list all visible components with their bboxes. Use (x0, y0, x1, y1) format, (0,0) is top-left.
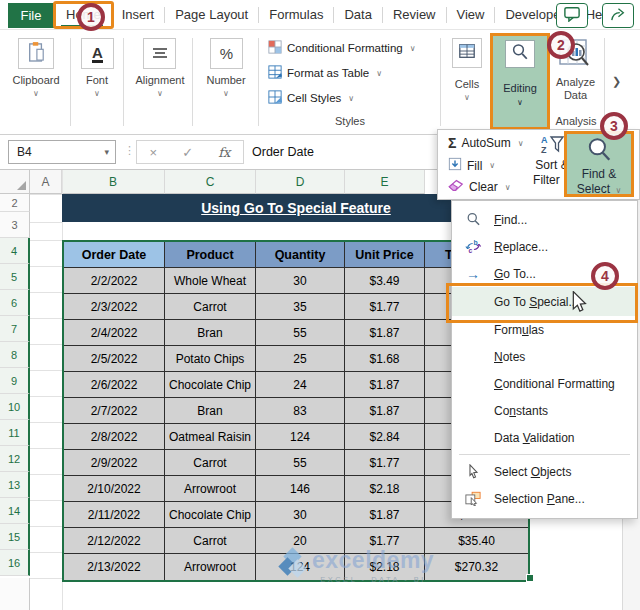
column-header[interactable]: D (256, 170, 345, 194)
cell-order-date[interactable]: 2/7/2022 (64, 398, 165, 424)
cell-quantity[interactable]: 25 (256, 346, 345, 372)
font-button[interactable]: A (81, 38, 114, 69)
ribbon-tab[interactable]: View (447, 7, 496, 23)
cell-unit-price[interactable]: $2.18 (345, 476, 425, 502)
column-header[interactable]: E (345, 170, 425, 194)
cells-button[interactable] (452, 38, 482, 68)
row-header[interactable]: 2 (0, 194, 30, 212)
cell-unit-price[interactable]: $1.77 (345, 450, 425, 476)
cell-order-date[interactable]: 2/4/2022 (64, 320, 165, 346)
alignment-button[interactable] (143, 38, 176, 69)
row-header[interactable]: 4 (0, 238, 30, 264)
cell-unit-price[interactable]: $1.87 (345, 398, 425, 424)
cell-total-price[interactable]: $35.40 (425, 528, 528, 554)
menu-item-formulas[interactable]: Formulas (452, 316, 637, 343)
name-box[interactable]: B4 ▾ (8, 140, 116, 164)
cell-order-date[interactable]: 2/2/2022 (64, 268, 165, 294)
clipboard-button[interactable] (18, 38, 54, 69)
cell-product[interactable]: Carrot (165, 450, 256, 476)
cell-quantity[interactable]: 30 (256, 268, 345, 294)
cell-unit-price[interactable]: $2.84 (345, 424, 425, 450)
cell-order-date[interactable]: 2/9/2022 (64, 450, 165, 476)
conditional-formatting-button[interactable]: Conditional Formatting ∨ (268, 40, 416, 56)
cell-product[interactable]: Carrot (165, 528, 256, 554)
ribbon-tab[interactable]: Insert (112, 7, 166, 23)
row-header[interactable]: 8 (0, 342, 30, 368)
autosum-button[interactable]: Σ AutoSum ∨ (448, 135, 524, 151)
cell-order-date[interactable]: 2/8/2022 (64, 424, 165, 450)
row-header[interactable]: 9 (0, 368, 30, 394)
chevron-down-icon[interactable]: ∨ (437, 93, 497, 102)
number-button[interactable]: % (210, 38, 243, 69)
cell-quantity[interactable]: 124 (256, 424, 345, 450)
chevron-down-icon[interactable]: ∨ (490, 98, 550, 107)
insert-function-icon[interactable]: fx (218, 145, 230, 160)
cancel-icon[interactable]: × (150, 145, 158, 160)
format-as-table-button[interactable]: Format as Table ∨ (268, 65, 382, 81)
row-header[interactable]: 7 (0, 316, 30, 342)
row-header[interactable]: 5 (0, 264, 30, 290)
menu-item-constants[interactable]: Constants (452, 397, 637, 424)
cell-product[interactable]: Whole Wheat (165, 268, 256, 294)
cell-quantity[interactable]: 35 (256, 294, 345, 320)
cell-order-date[interactable]: 2/3/2022 (64, 294, 165, 320)
chevron-down-icon[interactable]: ∨ (6, 89, 66, 98)
column-header[interactable]: A (30, 170, 62, 194)
cell-quantity[interactable]: 83 (256, 398, 345, 424)
find-select-button[interactable]: Find & Select ∨ (564, 131, 634, 197)
cell-quantity[interactable]: 24 (256, 372, 345, 398)
row-header[interactable]: 14 (0, 498, 30, 524)
menu-item-notes[interactable]: Notes (452, 343, 637, 370)
cell-styles-button[interactable]: Cell Styles ∨ (268, 90, 354, 106)
cell-order-date[interactable]: 2/12/2022 (64, 528, 165, 554)
formula-input[interactable]: Order Date (252, 140, 314, 164)
cell-product[interactable]: Bran (165, 398, 256, 424)
ribbon-tab[interactable]: Data (334, 7, 382, 23)
ribbon-tab[interactable]: Review (383, 7, 447, 23)
chevron-down-icon[interactable]: ∨ (196, 89, 256, 98)
cell-product[interactable]: Chocolate Chip (165, 372, 256, 398)
row-header[interactable]: 16 (0, 550, 30, 576)
comment-button[interactable] (556, 3, 588, 28)
cell-product[interactable]: Arrowroot (165, 476, 256, 502)
cell-unit-price[interactable]: $1.68 (345, 346, 425, 372)
chevron-down-icon[interactable]: ∨ (67, 89, 127, 98)
menu-item-selection-pane[interactable]: Selection Pane... (452, 485, 637, 512)
row-header[interactable]: 10 (0, 394, 30, 420)
cell-product[interactable]: Potato Chips (165, 346, 256, 372)
menu-item-select-objects[interactable]: Select Objects (452, 458, 637, 485)
share-button[interactable] (602, 3, 634, 28)
cell-product[interactable]: Chocolate Chip (165, 502, 256, 528)
row-header[interactable]: 3 (0, 212, 30, 238)
header-cell-quantity[interactable]: Quantity (256, 242, 345, 268)
cell-order-date[interactable]: 2/6/2022 (64, 372, 165, 398)
fill-button[interactable]: Fill ∨ (448, 157, 495, 174)
menu-item-conditional-formatting[interactable]: Conditional Formatting (452, 370, 637, 397)
row-header[interactable]: 12 (0, 446, 30, 472)
ribbon-tab[interactable]: Page Layout (165, 7, 259, 23)
row-header[interactable]: 11 (0, 420, 30, 446)
header-cell-order-date[interactable]: Order Date (64, 242, 165, 268)
menu-item-find[interactable]: Find... (452, 206, 637, 233)
cell-unit-price[interactable]: $1.87 (345, 372, 425, 398)
cell-product[interactable]: Oatmeal Raisin (165, 424, 256, 450)
cell-product[interactable]: Arrowroot (165, 554, 256, 580)
cell-quantity[interactable]: 55 (256, 450, 345, 476)
chevron-down-icon[interactable]: ▾ (104, 147, 109, 157)
cell-quantity[interactable]: 30 (256, 502, 345, 528)
cell-quantity[interactable]: 146 (256, 476, 345, 502)
chevron-down-icon[interactable]: ∨ (130, 89, 190, 98)
header-cell-product[interactable]: Product (165, 242, 256, 268)
cell-unit-price[interactable]: $1.77 (345, 294, 425, 320)
selection-fill-handle[interactable] (526, 574, 534, 582)
column-header[interactable]: C (165, 170, 256, 194)
column-header[interactable]: B (62, 170, 165, 194)
formula-bar-handle[interactable]: ⋮ (124, 144, 135, 157)
cell-product[interactable]: Bran (165, 320, 256, 346)
chevron-right-icon[interactable]: ❯ (612, 75, 621, 88)
clear-button[interactable]: Clear ∨ (448, 179, 511, 195)
menu-item-go-to-special[interactable]: Go To Special... (452, 287, 637, 316)
cell-order-date[interactable]: 2/5/2022 (64, 346, 165, 372)
header-cell-unit-price[interactable]: Unit Price (345, 242, 425, 268)
cell-product[interactable]: Carrot (165, 294, 256, 320)
